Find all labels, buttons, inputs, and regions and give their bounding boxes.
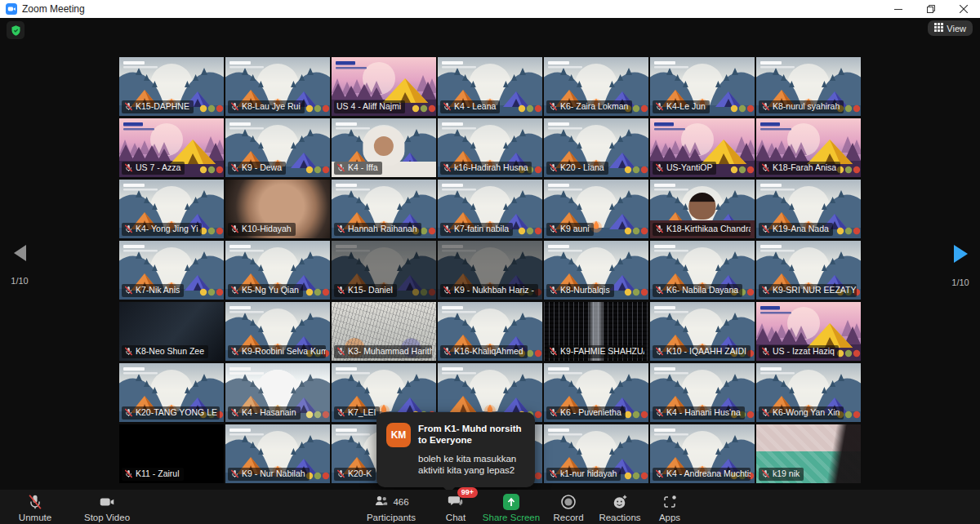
participant-name: K18-Farah Anisa [773,162,836,173]
participant-name: US 7 - Azza [136,162,180,173]
participant-tile[interactable]: K15-DAPHNE [119,57,224,116]
reactions-button[interactable]: Reactions [595,492,645,522]
record-label: Record [553,513,583,522]
participant-tile[interactable]: k1-nur hidayah [544,424,648,483]
muted-mic-icon [443,224,452,233]
participant-tile[interactable]: K9 - Nukhbah Hariz - [438,241,542,300]
muted-mic-icon [549,286,558,295]
participant-name: US-YantiOP [666,162,712,173]
participant-tile[interactable]: K18-Farah Anisa [756,118,861,177]
participant-tile[interactable]: K11 - Zairul [119,424,224,483]
participant-tile[interactable]: K10-Hidayah [225,180,330,238]
participant-tile[interactable]: K4 - Andreana Muchtis... [650,424,755,483]
participant-tile[interactable]: K10 - IQAAHH ZAIDI [650,302,755,361]
window-title: Zoom Meeting [22,3,85,15]
participant-tile[interactable]: K9-Roobini Selva Kum... [225,302,330,361]
share-screen-label: Share Screen [483,513,540,522]
participant-tile[interactable]: K4 - Hasanain [225,363,330,422]
participant-name-label: K15-DAPHNE [122,100,194,113]
chat-button[interactable]: 99+ Chat [439,492,472,522]
participant-tile[interactable]: K4 - Leana [438,57,542,116]
reactions-icon [612,492,628,512]
participant-name-label: k19 nik [759,468,804,481]
share-screen-button[interactable]: Share Screen [479,492,544,522]
muted-mic-icon [336,286,345,295]
participant-tile[interactable]: K8-Lau Jye Rui [225,57,330,116]
chat-unread-badge: 99+ [457,487,478,498]
chat-notification-popup[interactable]: KM From K1- Muhd norsith to Everyone bol… [376,412,535,487]
participant-name-label: k16-Hadirah Husna [440,162,532,175]
participant-tile[interactable]: K8-Neo Shun Zee [119,302,224,361]
participant-tile[interactable]: K4 - Hanani Hus'na [650,363,755,422]
participant-tile[interactable]: K9-SRI NUR EEZATY [756,241,861,300]
unmute-button[interactable]: Unmute [10,492,60,522]
page-indicator-left: 1/10 [2,276,38,286]
maximize-button[interactable] [915,0,947,18]
participant-name-label: K8-Nurbalqis [546,284,614,297]
participant-tile[interactable]: K3- Muhammad Harith [332,302,436,361]
participant-name: K15-DAPHNE [136,101,189,112]
participant-name-label: K9-Roobini Selva Kum... [228,345,326,358]
muted-mic-icon [230,163,239,172]
participants-button[interactable]: 466 Participants [358,492,425,522]
participant-tile[interactable]: K8-Nurbalqis [544,241,648,300]
participant-tile[interactable]: K5-Ng Yu Qian [225,241,330,300]
participant-name: K6 - Puvenietha [560,407,621,418]
record-button[interactable]: Record [549,492,588,522]
participant-tile[interactable]: K9 auni [544,180,648,238]
minimize-button[interactable] [882,0,915,18]
participant-tile[interactable]: K4 - Iffa [332,118,436,177]
stop-video-button[interactable]: Stop Video [78,492,136,522]
participant-name-label: K10-Hidayah [228,223,296,236]
participant-tile[interactable]: k16-Hadirah Husna [438,118,542,177]
participant-tile[interactable]: Hannah Raihanah [332,180,436,238]
participant-tile[interactable]: K19-Ana Nada [756,180,861,238]
muted-mic-icon [655,224,664,233]
participant-name-label: K9 - Nukhbah Hariz - [440,284,538,297]
participant-name-label: K4 - Hasanain [228,406,301,420]
close-button[interactable] [947,0,980,18]
participant-tile[interactable]: US 4 - Aliff Najmi [332,57,436,116]
participant-tile[interactable]: K9 - Dewa [225,118,330,177]
participant-tile[interactable]: K18-Kirthikaa Chandra [650,180,755,238]
participant-name: Hannah Raihanah [348,224,417,234]
participant-name: K8-Neo Shun Zee [136,346,204,357]
participant-tile[interactable]: K4-Le Jun [650,57,755,116]
participant-tile[interactable]: k19 nik [756,424,861,483]
muted-mic-icon [655,347,664,356]
participant-tile[interactable]: K7-Nik Anis [119,241,224,300]
participant-tile[interactable]: K6-Wong Yan Xin [756,363,861,422]
participant-tile[interactable]: US-YantiOP [650,118,755,177]
participant-tile[interactable]: US - Izzat Haziq [756,302,861,361]
avatar: KM [386,423,411,447]
participant-tile[interactable]: K9 - Nur Nabilah [225,424,330,483]
participant-name: K20-K [348,468,372,479]
meeting-stage: View 1/10 1/10 K15-DAPHNEK8-Lau Jye RuiU… [0,18,980,490]
participant-tile[interactable]: K20-TANG YONG LE [119,363,224,422]
view-button-label: View [947,24,966,33]
participant-tile[interactable]: K6 - Puvenietha [544,363,648,422]
participant-tile[interactable]: K4- Yong Jing Yi [119,180,224,238]
security-shield-icon[interactable] [7,21,24,39]
participant-tile[interactable]: K7-fatin nabila [438,180,542,238]
prev-page-arrow[interactable] [14,245,26,261]
muted-mic-icon [336,347,345,356]
muted-mic-icon [761,163,770,172]
participant-tile[interactable]: K8-nurul syahirah [756,57,861,116]
participant-tile[interactable]: K6- Nabila Dayana [650,241,755,300]
stop-video-label: Stop Video [84,513,130,522]
participant-tile[interactable]: K16-KhaliqAhmed [438,302,542,361]
participant-tile[interactable]: US 7 - Azza [119,118,224,177]
muted-mic-icon [761,286,770,295]
muted-mic-icon [549,347,558,356]
apps-button[interactable]: Apps [652,492,688,522]
participant-tile[interactable]: K15- Daniel [332,241,436,300]
window-controls [882,0,980,18]
view-button[interactable]: View [928,20,973,36]
mic-muted-icon [26,492,44,512]
participant-tile[interactable]: K6- Zaira Lokman [544,57,648,116]
next-page-arrow[interactable] [954,245,968,263]
apps-label: Apps [659,513,680,522]
participant-tile[interactable]: K20 - Liana [544,118,648,177]
participant-tile[interactable]: K9-FAHMIE SHAHZUAN [544,302,648,361]
